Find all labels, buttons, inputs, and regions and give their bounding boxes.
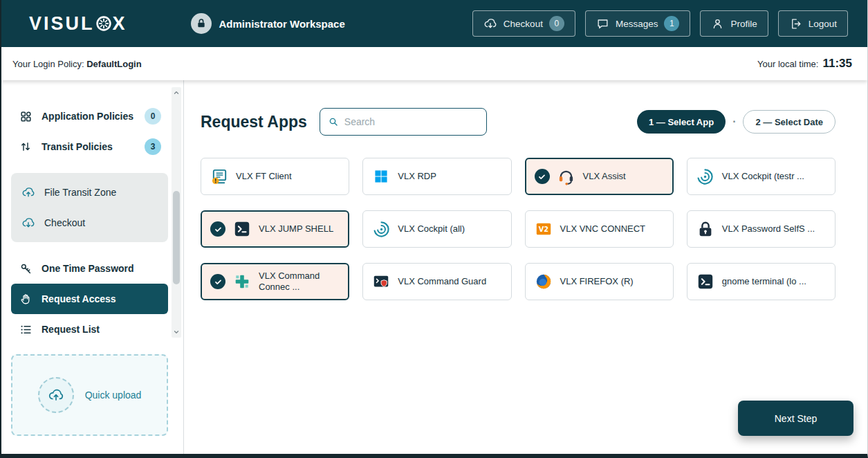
vnc-icon: V2 [534,219,553,239]
app-card-vlx-jump-shell[interactable]: VLX JUMP SHELL [201,210,349,248]
app-card-vlx-ft-client[interactable]: VLX FT Client [201,158,349,195]
workspace-title: Administrator Workspace [191,13,345,34]
transit-policies-badge: 3 [145,138,161,155]
sidebar: Application Policies 0 Transit Policies … [1,80,184,454]
selected-check-icon [210,274,225,289]
svg-text:V2: V2 [538,226,548,233]
profile-button[interactable]: Profile [700,10,768,37]
padlock-icon [696,219,715,239]
login-policy-value: DefaultLogin [86,59,141,69]
app-label: VLX FT Client [236,171,292,182]
local-time: Your local time: 11:35 [757,57,852,71]
sidebar-item-application-policies[interactable]: Application Policies 0 [11,101,168,131]
logout-icon [789,17,802,30]
app-label: VLX FIREFOX (R) [560,276,634,287]
ft-client-icon [210,167,229,186]
cloud-upload-icon [38,377,74,413]
key-icon [18,262,33,275]
sub-header: Your Login Policy: DefaultLogin Your loc… [1,47,867,80]
cloud-download-icon [21,216,36,230]
cloud-upload-icon [21,185,36,199]
checkout-badge: 0 [549,16,564,31]
app-label: VLX Password SelfS ... [722,223,815,235]
workspace-label: Administrator Workspace [219,18,345,30]
sort-arrows-icon [18,140,33,153]
app-card-vlx-firefox[interactable]: VLX FIREFOX (R) [525,263,674,300]
sidebar-item-label: File Transit Zone [44,187,116,198]
login-policy: Your Login Policy: DefaultLogin [12,59,142,69]
cockpit-spiral-icon [696,167,715,186]
messages-button[interactable]: Messages 1 [585,10,691,37]
sidebar-item-transit-policies[interactable]: Transit Policies 3 [11,131,168,162]
app-label: gnome terminal (lo ... [722,276,806,287]
app-card-gnome-terminal[interactable]: gnome terminal (lo ... [687,263,835,300]
apps-grid: VLX FT Client VLX RDP [201,158,835,300]
app-window: VISUL X Administrator Workspace [0,0,868,458]
windows-icon [371,167,391,186]
selected-check-icon [535,169,550,184]
search-box[interactable] [320,108,487,136]
step-select-app[interactable]: 1 — Select App [637,110,726,134]
page-title: Request Apps [201,113,307,131]
app-card-vlx-command-guard[interactable]: VLX Command Guard [362,263,511,300]
sidebar-scrollbar[interactable] [172,87,181,338]
next-step-button[interactable]: Next Step [738,401,853,436]
app-label: VLX Command Guard [398,276,486,287]
checkout-button[interactable]: Checkout 0 [472,10,575,37]
local-time-label: Your local time: [757,59,818,69]
lock-icon [191,13,212,34]
visulox-logo: VISUL X [29,13,127,35]
sidebar-item-label: Request Access [41,293,116,304]
hand-icon [18,293,33,305]
logo-aperture-icon [95,15,112,32]
list-icon [18,323,33,336]
quick-upload-label: Quick upload [85,390,142,401]
sidebar-item-one-time-password[interactable]: One Time Password [11,253,168,284]
sidebar-item-request-access[interactable]: Request Access [11,284,168,314]
messages-label: Messages [616,19,658,29]
grid-icon [18,110,33,123]
main-header-row: Request Apps 1 — Select App · 2 — Select… [201,108,835,136]
app-card-vlx-command-connect[interactable]: VLX Command Connec ... [201,263,349,300]
app-card-vlx-assist[interactable]: VLX Assist [525,158,674,195]
sidebar-item-label: Checkout [44,217,85,228]
app-label: VLX Command Connec ... [259,271,340,293]
sidebar-item-label: Request List [41,324,100,335]
app-label: VLX VNC CONNECT [560,223,646,235]
scroll-up-icon[interactable] [172,87,181,98]
content-area: Application Policies 0 Transit Policies … [1,80,867,454]
quick-upload-dropzone[interactable]: Quick upload [11,354,168,436]
cloud-download-icon [483,17,497,30]
scrollbar-thumb[interactable] [173,191,180,284]
login-policy-label: Your Login Policy: [12,59,84,69]
application-policies-badge: 0 [145,108,161,125]
logo-text-left: VISUL [29,13,95,35]
command-connect-icon [232,272,252,291]
sidebar-item-label: One Time Password [41,263,134,274]
top-bar: VISUL X Administrator Workspace [1,0,867,47]
app-card-vlx-cockpit-testr[interactable]: VLX Cockpit (testr ... [687,158,835,195]
app-label: VLX Assist [583,171,626,182]
step-separator: · [732,116,736,128]
command-guard-icon [371,272,391,291]
local-time-value: 11:35 [822,57,852,71]
chat-icon [596,17,609,30]
logout-label: Logout [809,19,837,29]
logout-button[interactable]: Logout [778,10,848,37]
search-input[interactable] [344,116,479,127]
app-card-vlx-rdp[interactable]: VLX RDP [362,158,511,195]
profile-label: Profile [730,19,757,29]
sidebar-item-label: Transit Policies [41,141,113,152]
sidebar-item-checkout[interactable]: Checkout [14,208,165,238]
sidebar-item-file-transit-zone[interactable]: File Transit Zone [14,177,165,208]
app-card-vlx-cockpit-all[interactable]: VLX Cockpit (all) [362,210,511,248]
scroll-down-icon[interactable] [172,327,181,338]
search-icon [328,116,339,128]
sidebar-item-request-list[interactable]: Request List [11,314,168,345]
app-label: VLX RDP [398,171,436,182]
topbar-actions: Checkout 0 Messages 1 Profile L [472,10,848,37]
step-select-date[interactable]: 2 — Select Date [743,110,835,134]
app-card-vlx-vnc-connect[interactable]: V2 VLX VNC CONNECT [525,210,674,248]
sidebar-item-label: Application Policies [41,111,133,122]
app-card-vlx-password-selfservice[interactable]: VLX Password SelfS ... [687,210,835,248]
